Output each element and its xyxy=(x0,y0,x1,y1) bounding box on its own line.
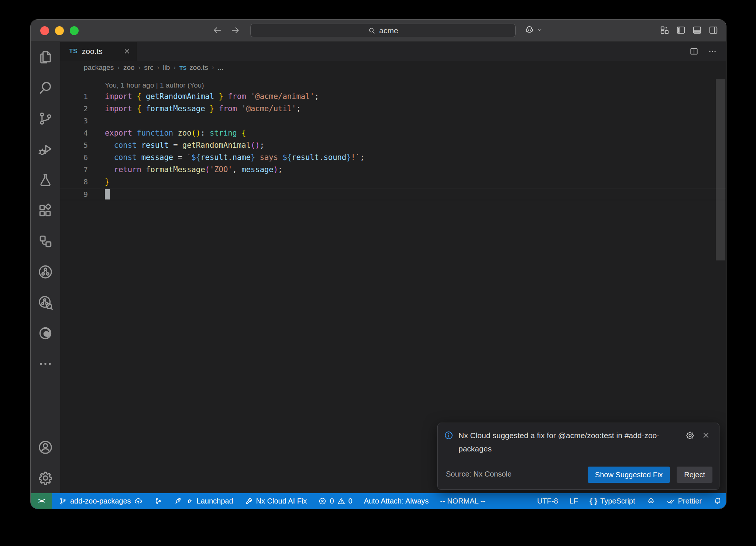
more-actions-button[interactable] xyxy=(708,47,717,56)
split-editor-button[interactable] xyxy=(689,47,699,56)
copilot-icon xyxy=(524,24,535,35)
status-item-remote-indicator[interactable]: >< xyxy=(31,493,52,509)
nav-back-button[interactable] xyxy=(212,25,223,35)
activity-bar-item-accounts[interactable] xyxy=(31,432,60,463)
code-token: ${ xyxy=(192,153,201,162)
status-item-formatter-prettier[interactable]: Prettier xyxy=(662,493,706,509)
notification-settings-gear-icon[interactable] xyxy=(685,431,695,440)
toggle-secondary-sidebar-icon[interactable] xyxy=(708,25,719,35)
breadcrumb-separator-icon: › xyxy=(117,64,120,71)
status-item-text: 0 xyxy=(330,497,334,505)
code-token: formatMessage xyxy=(146,165,205,174)
code-token: !` xyxy=(351,153,360,162)
status-item-text: Auto Attach: Always xyxy=(364,497,429,505)
breadcrumb-item-lib[interactable]: lib xyxy=(163,64,170,72)
reject-button[interactable]: Reject xyxy=(677,467,712,483)
breadcrumb-item-zoo[interactable]: zoo xyxy=(123,64,135,72)
status-item-vim-mode[interactable]: -- NORMAL -- xyxy=(436,493,490,509)
line-number: 4 xyxy=(60,127,88,139)
editor-actions xyxy=(689,42,717,61)
code-token: ; xyxy=(296,104,300,113)
code-line-9: 9 xyxy=(60,188,726,200)
code-line-6: 6 const message = `${result.name} says $… xyxy=(60,151,726,164)
code-line-8: 8} xyxy=(60,176,726,188)
status-item-git-branch[interactable]: add-zoo-packages xyxy=(54,493,147,509)
status-item-problems[interactable]: 00 xyxy=(314,493,357,509)
activity-bar-item-testing[interactable] xyxy=(31,164,60,195)
activity-bar-item-search[interactable] xyxy=(31,72,60,103)
toggle-panel-icon[interactable] xyxy=(692,25,702,35)
status-item-notifications-bell[interactable] xyxy=(709,493,726,509)
activity-bar-item-nx-project-graph[interactable] xyxy=(31,287,60,318)
search-icon xyxy=(368,27,376,35)
notification-buttons: Show Suggested FixReject xyxy=(588,467,712,483)
code-token: const xyxy=(114,153,141,162)
close-tab-icon[interactable] xyxy=(123,48,131,55)
status-item-nx-cloud-ai-fix[interactable]: Nx Cloud AI Fix xyxy=(240,493,312,509)
code-line-7: 7 return formatMessage('ZOO', message); xyxy=(60,164,726,176)
activity-bar-item-edge-devtools[interactable] xyxy=(31,318,60,348)
line-number: 1 xyxy=(60,91,88,103)
chevron-down-icon xyxy=(536,27,543,33)
info-icon xyxy=(444,430,454,440)
activity-bar-item-nx-console[interactable] xyxy=(31,256,60,287)
code-line-2: 2import { formatMessage } from '@acme/ut… xyxy=(60,103,726,115)
status-item-language-mode[interactable]: { }TypeScript xyxy=(585,493,640,509)
code-token xyxy=(105,165,114,174)
activity-bar-item-extensions[interactable] xyxy=(31,195,60,226)
nav-forward-button[interactable] xyxy=(230,25,240,35)
status-item-encoding[interactable]: UTF-8 xyxy=(533,493,563,509)
breadcrumb-item-[interactable]: ... xyxy=(218,64,224,72)
braces-icon: { } xyxy=(590,497,597,505)
activity-bar-item-manage-settings[interactable] xyxy=(31,463,60,493)
close-window-button[interactable] xyxy=(40,26,49,35)
code-token: import xyxy=(105,92,137,101)
plug-icon xyxy=(185,497,194,505)
breadcrumb-separator-icon: › xyxy=(173,64,176,71)
line-number: 7 xyxy=(60,164,88,176)
status-item-launchpad[interactable]: Launchpad xyxy=(169,493,238,509)
line-number: 2 xyxy=(60,103,88,115)
testing-icon xyxy=(37,172,54,188)
rocket-icon xyxy=(174,497,182,505)
code-text: export function zoo(): string { xyxy=(88,127,246,139)
status-item-end-of-line[interactable]: LF xyxy=(565,493,583,509)
code-token: const xyxy=(114,141,141,150)
code-token: { xyxy=(137,104,141,113)
status-item-copilot-status[interactable] xyxy=(642,493,660,509)
show-suggested-fix-button[interactable]: Show Suggested Fix xyxy=(588,467,670,483)
activity-bar-item-additional-views[interactable] xyxy=(31,348,60,379)
warning-icon xyxy=(337,497,346,505)
minimize-window-button[interactable] xyxy=(55,26,64,35)
code-token: } xyxy=(219,92,223,101)
tab-zoo-ts[interactable]: TS zoo.ts xyxy=(60,42,137,61)
run-and-debug-icon xyxy=(37,141,54,157)
editor-scrollbar[interactable] xyxy=(716,79,725,260)
status-item-scm-graph[interactable] xyxy=(150,493,167,509)
code-token: = xyxy=(173,153,187,162)
code-token: from xyxy=(223,92,251,101)
notification-close-icon[interactable] xyxy=(702,431,710,440)
code-token: from xyxy=(214,104,241,113)
code-token: ; xyxy=(278,165,282,174)
copilot-menu-button[interactable] xyxy=(524,24,543,35)
command-center-search[interactable]: acme xyxy=(250,24,516,37)
toggle-primary-sidebar-icon[interactable] xyxy=(676,25,686,35)
status-bar: ><add-zoo-packagesLaunchpadNx Cloud AI F… xyxy=(31,493,726,509)
breadcrumb-item-packages[interactable]: packages xyxy=(84,64,114,72)
explorer-icon xyxy=(37,49,54,65)
activity-bar-item-explorer[interactable] xyxy=(31,42,60,72)
breadcrumb-item-zoots[interactable]: zoo.ts xyxy=(189,64,208,72)
breadcrumb-item-src[interactable]: src xyxy=(144,64,153,72)
activity-bar-item-references[interactable] xyxy=(31,226,60,256)
customize-layout-icon[interactable] xyxy=(659,25,670,35)
status-item-text: Nx Cloud AI Fix xyxy=(256,497,307,505)
code-text: } xyxy=(88,176,109,188)
activity-bar-item-source-control[interactable] xyxy=(31,103,60,134)
zoom-window-button[interactable] xyxy=(70,26,79,35)
status-item-auto-attach[interactable]: Auto Attach: Always xyxy=(360,493,433,509)
status-item-text: 0 xyxy=(348,497,353,505)
scm-graph-icon xyxy=(154,497,162,505)
typescript-file-icon: TS xyxy=(69,48,78,55)
activity-bar-item-run-and-debug[interactable] xyxy=(31,134,60,164)
